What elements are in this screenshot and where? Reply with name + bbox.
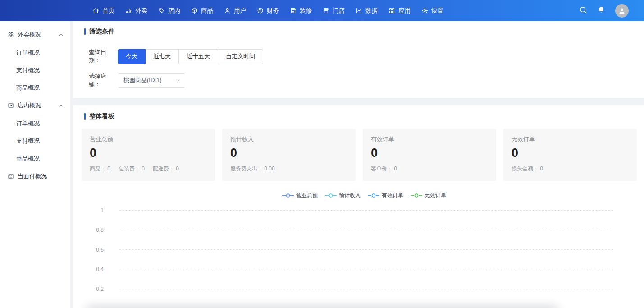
store-select[interactable]: 桃园尚品(ID:1) bbox=[118, 73, 185, 88]
grid-icon bbox=[8, 32, 14, 38]
top-navbar: 首页外卖店内商品用户财务装修门店数据应用设置 bbox=[0, 0, 644, 21]
gridline bbox=[119, 269, 614, 269]
stat-card-details: 商品： 0包装费： 0配送费： 0 bbox=[90, 165, 207, 173]
sidebar-item[interactable]: 订单概况 bbox=[0, 44, 70, 61]
date-option-button[interactable]: 今天 bbox=[118, 49, 146, 64]
date-option-button[interactable]: 近十五天 bbox=[179, 49, 218, 64]
stat-detail-item: 客单价： 0 bbox=[371, 165, 397, 173]
home-icon bbox=[92, 7, 99, 14]
sidebar-group-3[interactable]: 当面付概况 bbox=[0, 167, 70, 185]
sidebar-group-2[interactable]: 店内概况 bbox=[0, 97, 70, 115]
stat-detail-item: 商品： 0 bbox=[90, 165, 110, 173]
legend-item[interactable]: 有效订单 bbox=[368, 192, 403, 199]
date-filter-row: 查询日期： 今天近七天近十五天自定义时间 bbox=[84, 48, 644, 64]
settings-icon bbox=[421, 7, 428, 14]
date-option-button[interactable]: 近七天 bbox=[146, 49, 179, 64]
nav-item-6[interactable]: 财务 bbox=[257, 7, 279, 15]
title-accent-bar bbox=[84, 113, 86, 120]
stat-card-details: 服务费支出： 0.00 bbox=[230, 165, 347, 173]
y-axis-tick-label: 0.6 bbox=[86, 247, 104, 253]
legend-item[interactable]: 预计收入 bbox=[325, 192, 361, 199]
legend-item[interactable]: 无效订单 bbox=[411, 192, 446, 199]
user-icon bbox=[224, 7, 231, 14]
nav-item-10[interactable]: 应用 bbox=[388, 7, 411, 15]
date-range-button-group: 今天近七天近十五天自定义时间 bbox=[118, 49, 263, 64]
avatar[interactable] bbox=[615, 4, 629, 18]
sidebar-item[interactable]: 商品概况 bbox=[0, 150, 70, 167]
chevron-up-icon bbox=[59, 32, 64, 37]
legend-label: 预计收入 bbox=[339, 192, 361, 199]
y-axis-tick-label: 0.2 bbox=[86, 286, 104, 292]
y-axis-tick-label: 1 bbox=[86, 207, 104, 214]
notification-bell-icon[interactable] bbox=[597, 6, 605, 16]
nav-item-3[interactable]: 店内 bbox=[158, 7, 180, 15]
nav-item-label: 用户 bbox=[234, 7, 246, 15]
board-section-title: 整体看板 bbox=[84, 112, 644, 120]
dashboard-panel: 整体看板 营业总额0商品： 0包装费： 0配送费： 0预计收入0服务费支出： 0… bbox=[73, 105, 644, 308]
sidebar-group-label: 当面付概况 bbox=[18, 172, 47, 180]
nav-item-7[interactable]: 装修 bbox=[290, 7, 312, 15]
chart-gridline-row: 0.4 bbox=[84, 269, 644, 269]
nav-item-label: 外卖 bbox=[135, 7, 147, 15]
legend-line-marker bbox=[325, 193, 337, 199]
sidebar-group-label: 店内概况 bbox=[18, 101, 41, 110]
sidebar-item[interactable]: 支付概况 bbox=[0, 132, 70, 150]
stat-detail-item: 包装费： 0 bbox=[119, 165, 145, 173]
nav-item-2[interactable]: 外卖 bbox=[125, 7, 147, 15]
store-icon bbox=[323, 7, 329, 14]
legend-line-marker bbox=[368, 193, 379, 199]
legend-line-marker bbox=[411, 193, 422, 199]
legend-line-marker bbox=[282, 193, 294, 199]
stat-card-value: 0 bbox=[90, 146, 207, 160]
stat-detail-item: 配送费： 0 bbox=[153, 165, 179, 173]
chart-legend: 营业总额预计收入有效订单无效订单 bbox=[84, 192, 644, 199]
filter-section-title: 筛选条件 bbox=[84, 28, 644, 36]
nav-item-11[interactable]: 设置 bbox=[421, 7, 443, 15]
legend-label: 营业总额 bbox=[296, 192, 318, 199]
nav-item-1[interactable]: 首页 bbox=[92, 7, 114, 15]
filter-panel: 筛选条件 查询日期： 今天近七天近十五天自定义时间 选择店铺： 桃园尚品(ID:… bbox=[73, 21, 644, 98]
sidebar-group-1[interactable]: 外卖概况 bbox=[0, 26, 70, 44]
nav-item-label: 设置 bbox=[431, 7, 443, 15]
nav-item-9[interactable]: 数据 bbox=[356, 7, 378, 15]
nav-item-label: 店内 bbox=[168, 7, 180, 15]
decorate-icon bbox=[290, 7, 297, 14]
nav-item-8[interactable]: 门店 bbox=[323, 7, 345, 15]
nav-item-4[interactable]: 商品 bbox=[191, 7, 213, 15]
date-option-button[interactable]: 自定义时间 bbox=[218, 49, 263, 64]
stat-card-details: 损失金额： 0 bbox=[512, 165, 629, 173]
nav-right-tools bbox=[579, 4, 629, 18]
filter-title: 筛选条件 bbox=[89, 28, 114, 36]
stat-card: 营业总额0商品： 0包装费： 0配送费： 0 bbox=[82, 129, 215, 181]
stat-detail-item: 损失金额： 0 bbox=[512, 165, 543, 173]
legend-item[interactable]: 营业总额 bbox=[282, 192, 318, 199]
sidebar-item[interactable]: 支付概况 bbox=[0, 61, 70, 79]
stat-card-value: 0 bbox=[230, 146, 347, 160]
sidebar-item[interactable]: 订单概况 bbox=[0, 115, 70, 132]
main-content: 筛选条件 查询日期： 今天近七天近十五天自定义时间 选择店铺： 桃园尚品(ID:… bbox=[73, 21, 644, 308]
store-filter-label: 选择店铺： bbox=[89, 72, 118, 88]
nav-item-5[interactable]: 用户 bbox=[224, 7, 246, 15]
search-icon[interactable] bbox=[579, 6, 587, 16]
stat-card-title: 有效订单 bbox=[371, 135, 488, 143]
instore-icon bbox=[158, 7, 165, 14]
finance-icon bbox=[257, 7, 264, 14]
stat-cards: 营业总额0商品： 0包装费： 0配送费： 0预计收入0服务费支出： 0.00有效… bbox=[82, 129, 637, 181]
stat-card-details: 客单价： 0 bbox=[371, 165, 488, 173]
data-icon bbox=[356, 7, 362, 14]
sidebar-group-label: 外卖概况 bbox=[18, 31, 41, 39]
chart-gridline-row: 0.6 bbox=[84, 249, 644, 250]
main-nav: 首页外卖店内商品用户财务装修门店数据应用设置 bbox=[92, 7, 443, 15]
stat-card-value: 0 bbox=[371, 146, 488, 160]
chart-gridline-row: 0.2 bbox=[84, 289, 644, 289]
gridline bbox=[119, 230, 614, 230]
takeout-icon bbox=[125, 7, 132, 14]
nav-item-label: 装修 bbox=[300, 7, 312, 15]
date-filter-label: 查询日期： bbox=[89, 48, 118, 64]
gridline bbox=[119, 289, 614, 289]
stat-detail-item: 服务费支出： 0.00 bbox=[230, 165, 275, 173]
legend-label: 有效订单 bbox=[382, 192, 403, 199]
sidebar-item[interactable]: 商品概况 bbox=[0, 79, 70, 97]
nav-item-label: 门店 bbox=[333, 7, 345, 15]
gridline bbox=[119, 249, 614, 250]
